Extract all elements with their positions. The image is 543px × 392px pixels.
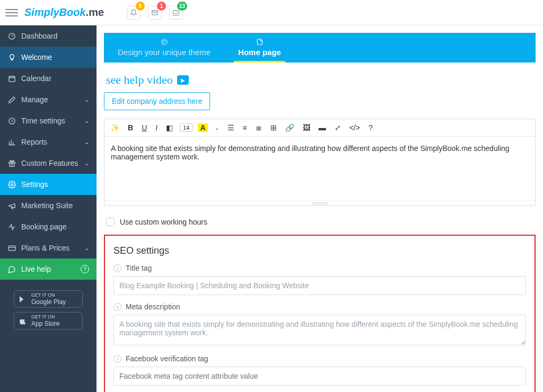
sidebar-item-reports[interactable]: Reports ⌄	[0, 131, 97, 153]
text-color-button[interactable]: A	[198, 123, 207, 132]
editor-toolbar: ✨ B U I ◧ 14 A ⌄ ☰ ≡ ≣ ⊞ 🔗 🖼 ▬ ⤢ </>	[104, 119, 535, 137]
logo[interactable]: SimplyBook.me	[24, 6, 104, 19]
link-icon[interactable]: 🔗	[284, 122, 296, 133]
image-icon[interactable]: 🖼	[301, 122, 312, 133]
sidebar-item-label: Welcome	[21, 53, 52, 61]
chevron-down-icon: ⌄	[84, 118, 89, 124]
fullscreen-icon[interactable]: ⤢	[333, 122, 343, 133]
facebook-verification-label: Facebook verification tag	[126, 354, 208, 363]
sidebar-item-label: Settings	[21, 180, 48, 189]
meta-description-textarea[interactable]	[113, 315, 526, 345]
font-size-select[interactable]: 14	[180, 123, 192, 132]
logo-text-a: SimplyBook	[24, 6, 86, 18]
title-tag-label: Title tag	[126, 264, 152, 272]
clock-icon	[7, 117, 16, 125]
list-ol-icon[interactable]: ≡	[241, 122, 249, 133]
svg-point-9	[163, 41, 163, 41]
chevron-down-icon: ⌄	[84, 96, 89, 103]
svg-point-10	[165, 41, 165, 41]
logo-text-b: .me	[86, 6, 104, 18]
underline-button[interactable]: U	[140, 122, 148, 133]
sidebar-item-time-settings[interactable]: Time settings ⌄	[0, 110, 97, 131]
info-icon[interactable]: i	[113, 303, 121, 311]
sidebar-item-settings[interactable]: Settings	[0, 174, 97, 195]
sidebar-item-live-help[interactable]: Live help ?	[0, 259, 97, 280]
custom-hours-label: Use custom working hours	[120, 218, 207, 226]
bold-button[interactable]: B	[126, 122, 135, 133]
chart-icon	[7, 138, 16, 146]
sidebar-item-manage[interactable]: Manage ⌄	[0, 89, 97, 110]
chevron-down-icon[interactable]: ⌄	[213, 124, 221, 132]
palette-icon	[161, 38, 168, 47]
help-video-label: see help video	[106, 73, 173, 87]
notifications-bell-icon[interactable]: 5	[127, 6, 141, 20]
code-view-icon[interactable]: </>	[348, 122, 362, 133]
app-store-badges: GET IT ONGoogle Play GET IT ONApp Store	[0, 280, 97, 340]
sidebar-item-plans-prices[interactable]: Plans & Prices ⌄	[0, 237, 97, 259]
sidebar-item-label: Time settings	[21, 117, 65, 125]
sidebar-item-label: Booking.page	[21, 222, 67, 231]
gift-icon	[7, 159, 16, 167]
custom-hours-row: Use custom working hours	[106, 218, 536, 226]
facebook-verification-input[interactable]	[113, 367, 526, 386]
top-header: SimplyBook.me 5 1 13	[0, 0, 543, 25]
svg-rect-3	[8, 76, 14, 82]
calendar-icon	[7, 75, 16, 83]
title-tag-input[interactable]	[113, 276, 526, 295]
svg-rect-7	[8, 246, 15, 251]
meta-description-label: Meta description	[126, 302, 180, 311]
sidebar-item-label: Live help	[21, 265, 51, 273]
sidebar-item-custom-features[interactable]: Custom Features ⌄	[0, 153, 97, 174]
page-icon	[256, 38, 264, 47]
sidebar-item-marketing-suite[interactable]: Marketing Suite	[0, 195, 97, 216]
eraser-icon[interactable]: ◧	[164, 122, 174, 133]
info-icon[interactable]: i	[113, 264, 121, 272]
sidebar: Dashboard Welcome Calendar Manage ⌄ Time…	[0, 25, 97, 392]
sidebar-item-dashboard[interactable]: Dashboard	[0, 25, 97, 47]
italic-button[interactable]: I	[154, 122, 159, 133]
sidebar-item-booking-page[interactable]: Booking.page	[0, 216, 97, 237]
resize-handle[interactable]	[104, 200, 535, 206]
main-content: Design your unique theme Home page see h…	[97, 25, 543, 392]
chevron-down-icon: ⌄	[84, 139, 89, 146]
video-icon[interactable]: ▬	[317, 122, 328, 133]
tab-home-page[interactable]: Home page	[224, 33, 295, 63]
sidebar-item-label: Manage	[21, 95, 48, 104]
play-icon: ▶	[177, 75, 189, 85]
mail-icon[interactable]: 1	[148, 6, 162, 20]
editor-textarea[interactable]: A booking site that exists simply for de…	[104, 137, 535, 200]
svg-point-11	[163, 42, 163, 43]
gauge-icon	[7, 32, 16, 40]
hamburger-menu-icon[interactable]	[5, 6, 18, 19]
help-icon[interactable]: ?	[367, 122, 374, 133]
info-icon[interactable]: i	[113, 355, 121, 363]
pencil-icon	[7, 96, 16, 104]
table-icon[interactable]: ⊞	[269, 122, 278, 133]
sidebar-item-label: Calendar	[21, 74, 51, 83]
magic-icon[interactable]: ✨	[109, 122, 121, 133]
sidebar-item-label: Marketing Suite	[21, 201, 73, 210]
align-icon[interactable]: ≣	[254, 122, 264, 133]
sidebar-item-welcome[interactable]: Welcome	[0, 47, 97, 68]
chat-icon	[7, 265, 16, 273]
calendar-check-icon[interactable]: 13	[169, 6, 183, 20]
svg-point-6	[11, 183, 13, 185]
bulb-icon	[7, 54, 16, 61]
tab-label: Home page	[238, 48, 281, 57]
sidebar-item-calendar[interactable]: Calendar	[0, 68, 97, 89]
bell-badge: 5	[136, 2, 145, 11]
sidebar-item-label: Custom Features	[21, 159, 78, 167]
mail-badge: 1	[157, 2, 166, 11]
help-video-link[interactable]: see help video ▶	[106, 73, 536, 87]
google-play-badge[interactable]: GET IT ONGoogle Play	[14, 290, 83, 308]
custom-hours-checkbox[interactable]	[106, 218, 115, 226]
app-store-badge[interactable]: GET IT ONApp Store	[14, 312, 83, 329]
edit-company-address-button[interactable]: Edit company address here	[104, 92, 210, 110]
tab-design-theme[interactable]: Design your unique theme	[104, 33, 224, 63]
pulse-icon	[7, 223, 16, 231]
tab-bar: Design your unique theme Home page	[104, 33, 536, 63]
list-ul-icon[interactable]: ☰	[226, 122, 236, 133]
chevron-down-icon: ⌄	[84, 245, 89, 252]
sidebar-item-label: Reports	[21, 138, 47, 146]
sidebar-item-label: Plans & Prices	[21, 244, 69, 252]
